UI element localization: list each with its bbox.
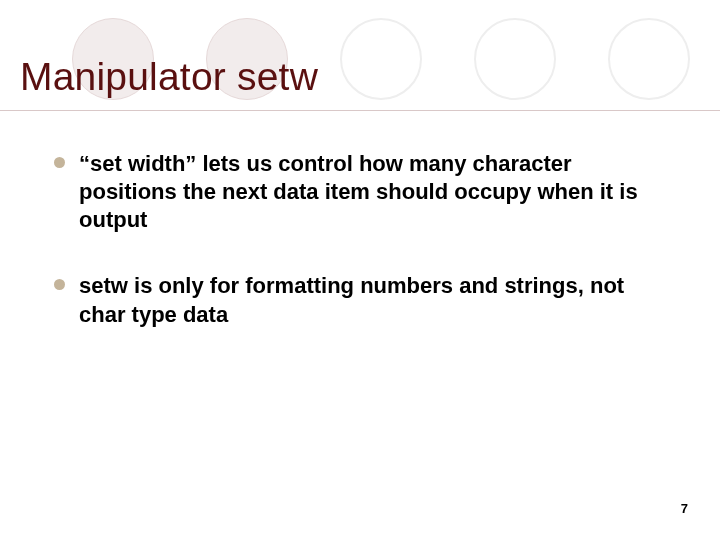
page-number: 7 xyxy=(681,501,688,516)
list-item: “set width” lets us control how many cha… xyxy=(54,150,670,234)
bullet-icon xyxy=(54,279,65,290)
circle-decoration xyxy=(474,18,556,100)
list-item: setw is only for formatting numbers and … xyxy=(54,272,670,328)
content-area: “set width” lets us control how many cha… xyxy=(54,150,670,367)
slide-title: Manipulator setw xyxy=(20,55,318,99)
circle-decoration xyxy=(340,18,422,100)
bullet-text: setw is only for formatting numbers and … xyxy=(79,272,670,328)
bullet-icon xyxy=(54,157,65,168)
slide: Manipulator setw “set width” lets us con… xyxy=(0,0,720,540)
title-underline xyxy=(0,110,720,111)
circle-decoration xyxy=(608,18,690,100)
bullet-text: “set width” lets us control how many cha… xyxy=(79,150,670,234)
